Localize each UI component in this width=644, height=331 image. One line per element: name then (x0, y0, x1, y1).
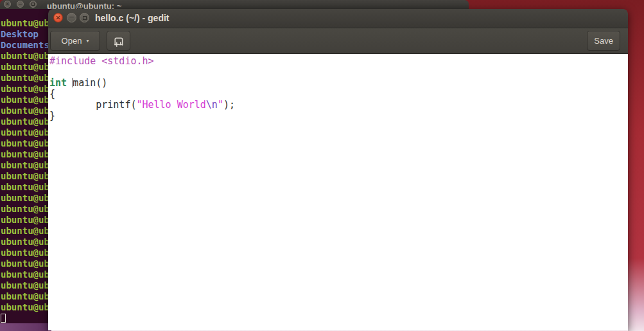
gedit-window[interactable]: ✕ − hello.c (~/) - gedit Open ▾ (48, 9, 628, 331)
code-token: main() (73, 77, 107, 89)
code-line (49, 67, 628, 78)
terminal-titlebar[interactable]: ✕ − ubuntu@ubuntu: ~ (0, 0, 469, 9)
gedit-toolbar: Open ▾ Save (48, 28, 628, 54)
open-button-label: Open (62, 36, 82, 46)
code-token: int (49, 77, 67, 89)
gedit-maximize-button[interactable] (80, 13, 89, 22)
chevron-down-icon: ▾ (86, 38, 89, 44)
save-button[interactable]: Save (587, 31, 620, 51)
code-token: "Hello World (136, 99, 205, 111)
close-icon: ✕ (55, 14, 60, 21)
code-token: printf( (49, 99, 136, 111)
desktop: ✕ − ubuntu@ubuntu: ~ ubuntu@ubDesktopDoc… (0, 0, 644, 331)
gedit-close-button[interactable]: ✕ (53, 13, 63, 22)
text-editor-area[interactable]: #include <stdio.h>int main(){ printf("He… (48, 54, 628, 330)
code-token: " (218, 99, 223, 111)
new-document-button[interactable] (107, 31, 130, 51)
code-token: { (49, 88, 55, 100)
gedit-minimize-button[interactable]: − (67, 13, 76, 22)
code-token (67, 77, 73, 89)
code-line: #include <stdio.h> (49, 56, 628, 67)
code-line: printf("Hello World\n"); (49, 100, 628, 111)
terminal-maximize-button[interactable] (30, 1, 37, 8)
terminal-block-cursor (1, 314, 6, 323)
code-token: \n (206, 99, 218, 111)
code-token: ); (223, 99, 235, 111)
save-button-label: Save (594, 36, 613, 46)
code-token: #include <stdio.h> (49, 55, 154, 67)
gedit-titlebar[interactable]: ✕ − hello.c (~/) - gedit (48, 9, 628, 28)
tab-new-icon (113, 35, 125, 47)
open-button[interactable]: Open ▾ (50, 31, 100, 51)
code-line: } (49, 111, 628, 121)
minimize-icon: − (18, 1, 22, 7)
terminal-minimize-button[interactable]: − (17, 1, 24, 8)
close-icon: ✕ (5, 1, 10, 7)
wallpaper-purple-band (0, 323, 51, 331)
code-line: { (49, 89, 628, 100)
terminal-close-button[interactable]: ✕ (4, 1, 11, 8)
minimize-icon: − (69, 13, 74, 21)
code-line: int main() (49, 78, 628, 89)
maximize-icon (31, 3, 35, 6)
maximize-icon (83, 16, 87, 20)
gedit-window-title: hello.c (~/) - gedit (95, 13, 170, 23)
code-token: } (49, 110, 55, 121)
